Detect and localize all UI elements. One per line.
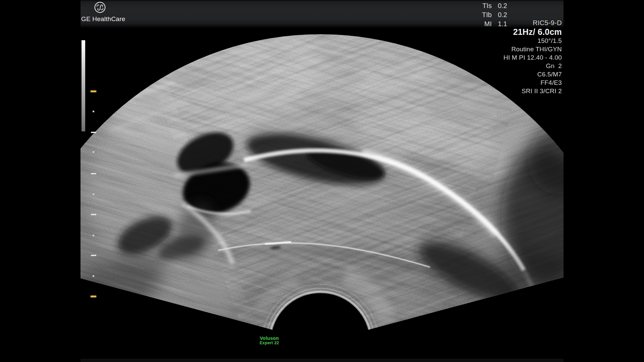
grayscale-bar xyxy=(82,40,85,131)
depth-tick xyxy=(93,151,94,153)
depth-tick xyxy=(93,275,94,277)
system-model: Expert 22 xyxy=(248,341,290,345)
ultrasound-screen: GE HealthCare TIs 0.2 TIb 0.2 MI 1.1 RIC… xyxy=(0,0,644,362)
focal-zone-marker xyxy=(91,296,96,297)
focal-zone-marker xyxy=(91,90,96,92)
system-name: Voluson xyxy=(248,336,290,341)
depth-tick xyxy=(91,173,96,174)
bottom-strip xyxy=(80,359,564,362)
ultrasound-fan-image xyxy=(80,0,564,362)
depth-tick xyxy=(91,132,96,133)
depth-tick xyxy=(93,111,94,112)
depth-tick xyxy=(91,214,96,215)
system-logo: Voluson Expert 22 xyxy=(248,336,290,345)
depth-tick xyxy=(91,255,96,256)
depth-tick xyxy=(93,235,94,236)
display-area: GE HealthCare TIs 0.2 TIb 0.2 MI 1.1 RIC… xyxy=(80,0,564,362)
depth-tick xyxy=(93,193,94,195)
